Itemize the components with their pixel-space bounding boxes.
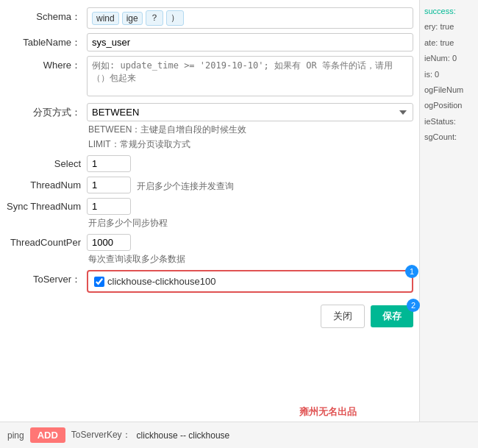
sync-threadnum-inline — [87, 198, 413, 215]
tablename-label: TableName： — [6, 33, 87, 49]
toserver-control: clickhouse-clickhouse100 1 — [87, 270, 413, 293]
pagination-select[interactable]: BETWEEN LIMIT — [87, 103, 413, 121]
sync-threadnum-row: Sync ThreadNum 开启多少个同步协程 — [0, 198, 419, 230]
right-item-7: ieStatus: — [424, 116, 474, 127]
pagination-hint2: LIMIT：常规分页读取方式 — [87, 138, 413, 151]
toserver-label: ToServer： — [6, 270, 87, 286]
sync-threadnum-control: 开启多少个同步协程 — [87, 198, 413, 230]
threadcountper-inline — [87, 234, 413, 251]
main-container: Schema： wind ige ？ ） — [0, 0, 478, 448]
toserver-badge: 1 — [405, 265, 418, 278]
add-button[interactable]: ADD — [30, 427, 65, 443]
footer-buttons: 关闭 保存 2 — [0, 297, 419, 335]
threadcountper-label: ThreadCountPer — [6, 234, 87, 248]
right-item-5: ogFileNum — [424, 85, 474, 96]
right-item-2: ate: true — [424, 38, 474, 49]
toserver-value: clickhouse-clickhouse100 — [107, 276, 215, 287]
toserver-checkbox[interactable] — [94, 277, 104, 287]
schema-row: Schema： wind ige ？ ） — [0, 7, 419, 29]
save-button-wrap: 保存 2 — [371, 305, 413, 327]
threadnum-hint: 开启多少个连接并发查询 — [135, 180, 234, 193]
watermark: 雍州无名出品 — [299, 405, 357, 419]
threadnum-label: ThreadNum — [6, 177, 87, 191]
select-input[interactable] — [87, 155, 131, 172]
select-threadnum-row: Select — [0, 155, 419, 172]
threadnum-control: 开启多少个连接并发查询 — [87, 177, 413, 193]
toserverkey-value: clickhouse -- clickhouse — [137, 430, 230, 441]
schema-tag-3: ） — [166, 10, 184, 26]
schema-control: wind ige ？ ） — [87, 7, 413, 29]
pagination-label: 分页方式： — [6, 103, 87, 119]
threadnum-inline: 开启多少个连接并发查询 — [87, 177, 413, 193]
where-control — [87, 56, 413, 99]
select-inline — [87, 155, 413, 172]
ping-label: ping — [7, 430, 24, 441]
right-panel: success: ery: true ate: true ieNum: 0 is… — [419, 0, 478, 448]
bottom-bar: ping ADD ToServerKey： clickhouse -- clic… — [0, 422, 478, 448]
select-label: Select — [6, 155, 87, 169]
sync-threadnum-input[interactable] — [87, 198, 131, 215]
threadcountper-input[interactable] — [87, 234, 131, 251]
sync-threadnum-label: Sync ThreadNum — [6, 198, 87, 212]
right-item-4: is: 0 — [424, 69, 474, 80]
right-item-8: sgCount: — [424, 132, 474, 143]
schema-tag-2: ？ — [146, 10, 163, 26]
tablename-control — [87, 33, 413, 51]
threadcountper-hint: 每次查询读取多少条数据 — [87, 253, 413, 266]
schema-label: Schema： — [6, 7, 87, 24]
tablename-row: TableName： — [0, 33, 419, 51]
tablename-input[interactable] — [87, 33, 413, 51]
where-row: Where： — [0, 56, 419, 99]
threadcountper-row: ThreadCountPer 每次查询读取多少条数据 — [0, 234, 419, 266]
sync-threadnum-hint: 开启多少个同步协程 — [87, 217, 413, 230]
close-button[interactable]: 关闭 — [321, 305, 365, 328]
right-item-1: ery: true — [424, 21, 474, 32]
pagination-control: BETWEEN LIMIT BETWEEN：主键是自增自段的时候生效 LIMIT… — [87, 103, 413, 151]
where-label: Where： — [6, 56, 87, 72]
toserver-row: ToServer： clickhouse-clickhouse100 1 — [0, 270, 419, 293]
where-input[interactable] — [87, 56, 413, 96]
threadnum-input[interactable] — [87, 177, 131, 193]
save-badge: 2 — [407, 299, 420, 312]
toserver-box: clickhouse-clickhouse100 1 — [87, 270, 413, 293]
pagination-row: 分页方式： BETWEEN LIMIT BETWEEN：主键是自增自段的时候生效… — [0, 103, 419, 151]
select-control — [87, 155, 413, 172]
schema-tag-1: ige — [122, 12, 143, 25]
right-item-3: ieNum: 0 — [424, 53, 474, 64]
threadcountper-control: 每次查询读取多少条数据 — [87, 234, 413, 266]
right-item-6: ogPosition — [424, 100, 474, 111]
schema-tags[interactable]: wind ige ？ ） — [87, 7, 413, 29]
pagination-hint1: BETWEEN：主键是自增自段的时候生效 — [87, 124, 413, 136]
right-item-0: success: — [424, 6, 474, 17]
threadnum-row: ThreadNum 开启多少个连接并发查询 — [0, 177, 419, 193]
schema-tag-0: wind — [92, 12, 119, 25]
form-panel: Schema： wind ige ？ ） — [0, 0, 419, 448]
toserverkey-label: ToServerKey： — [71, 429, 131, 441]
